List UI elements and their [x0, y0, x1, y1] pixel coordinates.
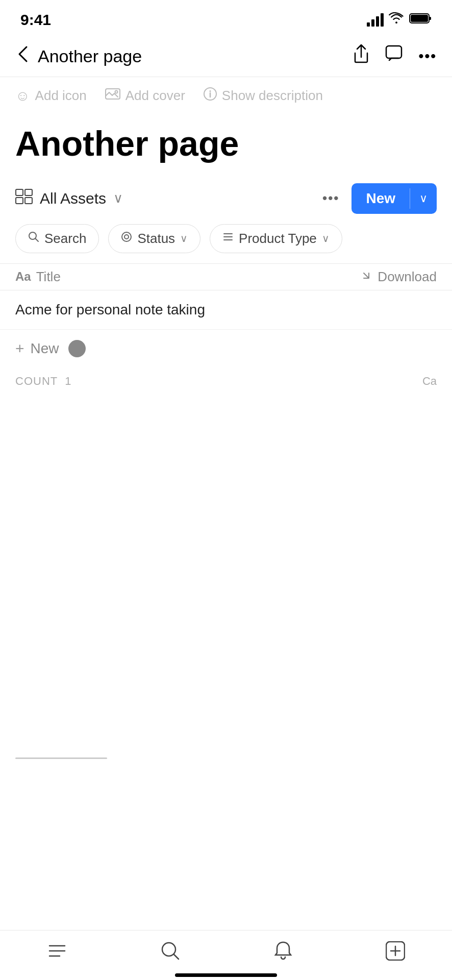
- status-chip-icon: [121, 231, 132, 246]
- back-button[interactable]: [15, 43, 30, 69]
- page-actions: ☺ Add icon Add cover Show description: [0, 77, 452, 114]
- add-row-dot: [68, 340, 86, 357]
- home-indicator: [175, 973, 277, 977]
- svg-point-5: [115, 91, 117, 93]
- svg-rect-10: [16, 198, 23, 204]
- nav-right: •••: [353, 44, 437, 68]
- info-icon: [204, 87, 217, 104]
- db-more-button[interactable]: •••: [318, 186, 343, 210]
- status-chip-chevron: ∨: [180, 232, 188, 244]
- status-time: 9:41: [20, 11, 51, 29]
- wifi-icon: [389, 12, 404, 28]
- new-entry-main-button[interactable]: New: [351, 183, 410, 214]
- svg-point-13: [122, 232, 131, 241]
- smiley-icon: ☺: [15, 88, 30, 104]
- download-col-icon: [360, 270, 372, 284]
- nav-bar: Another page •••: [0, 36, 452, 77]
- svg-rect-11: [25, 198, 32, 204]
- svg-point-15: [162, 943, 175, 956]
- page-title: Another page: [15, 125, 437, 163]
- db-view-name[interactable]: All Assets: [40, 190, 106, 207]
- title-col-icon: Aa: [15, 270, 31, 284]
- nav-add-button[interactable]: [386, 941, 405, 961]
- product-type-chip-icon: [222, 231, 234, 246]
- comment-icon[interactable]: [385, 45, 404, 67]
- status-bar: 9:41: [0, 0, 452, 36]
- svg-rect-2: [411, 15, 428, 22]
- table-row[interactable]: Acme for personal note taking: [0, 290, 452, 330]
- svg-point-7: [209, 90, 211, 92]
- status-chip-label: Status: [137, 231, 175, 247]
- nav-list-button[interactable]: [47, 942, 67, 960]
- product-type-filter-chip[interactable]: Product Type ∨: [210, 224, 342, 253]
- nav-page-title: Another page: [38, 46, 142, 66]
- new-entry-dropdown-arrow[interactable]: ∨: [410, 185, 437, 212]
- status-filter-chip[interactable]: Status ∨: [108, 224, 200, 253]
- title-col-label: Title: [36, 269, 61, 285]
- nav-left: Another page: [15, 43, 142, 69]
- signal-bars-icon: [367, 13, 384, 27]
- count-ca: Ca: [422, 375, 437, 388]
- product-type-chip-label: Product Type: [239, 231, 317, 247]
- svg-point-14: [124, 235, 129, 239]
- nav-notifications-button[interactable]: [274, 941, 292, 961]
- cover-icon: [105, 87, 120, 104]
- add-row-icon: +: [15, 340, 24, 357]
- db-left-controls: All Assets ∨: [15, 189, 123, 208]
- table-header: Aa Title Download: [0, 263, 452, 290]
- search-filter-chip[interactable]: Search: [15, 224, 99, 253]
- svg-rect-3: [386, 46, 401, 58]
- share-icon[interactable]: [353, 44, 370, 68]
- more-options-icon[interactable]: •••: [419, 48, 437, 64]
- add-row-button[interactable]: + New: [0, 330, 452, 368]
- page-title-section: Another page: [0, 114, 452, 178]
- add-cover-label: Add cover: [125, 88, 185, 104]
- count-value: 1: [65, 375, 71, 388]
- scroll-indicator-area: [0, 757, 452, 759]
- scroll-indicator: [15, 757, 107, 759]
- add-icon-button[interactable]: ☺ Add icon: [15, 88, 87, 104]
- bottom-nav-items: [0, 930, 452, 968]
- add-cover-button[interactable]: Add cover: [105, 87, 185, 104]
- search-chip-label: Search: [44, 231, 86, 247]
- download-col-label: Download: [378, 269, 437, 285]
- count-row: COUNT 1 Ca: [0, 368, 452, 395]
- search-chip-icon: [28, 231, 39, 246]
- table-download-header: Download: [360, 269, 437, 285]
- db-right-controls: ••• New ∨: [318, 183, 437, 214]
- add-icon-label: Add icon: [35, 88, 87, 104]
- view-chevron-icon[interactable]: ∨: [113, 190, 123, 206]
- content-spacer: [0, 400, 452, 757]
- row-title: Acme for personal note taking: [15, 302, 437, 318]
- grid-view-icon: [15, 189, 33, 208]
- count-label: COUNT: [15, 375, 58, 388]
- svg-rect-9: [25, 189, 32, 195]
- bottom-nav: [0, 930, 452, 980]
- svg-rect-8: [16, 189, 23, 195]
- status-icons: [367, 12, 432, 28]
- table-title-header: Aa Title: [15, 269, 360, 285]
- show-description-label: Show description: [222, 88, 323, 104]
- battery-icon: [409, 12, 432, 28]
- product-type-chip-chevron: ∨: [322, 232, 330, 244]
- show-description-button[interactable]: Show description: [204, 87, 323, 104]
- nav-search-button[interactable]: [161, 941, 180, 961]
- table: Aa Title Download Acme for personal note…: [0, 263, 452, 395]
- filter-bar: Search Status ∨ Product Type ∨: [0, 219, 452, 258]
- add-row-label: New: [31, 340, 59, 357]
- svg-rect-1: [429, 17, 431, 20]
- new-entry-button-group: New ∨: [351, 183, 437, 214]
- database-toolbar: All Assets ∨ ••• New ∨: [0, 178, 452, 219]
